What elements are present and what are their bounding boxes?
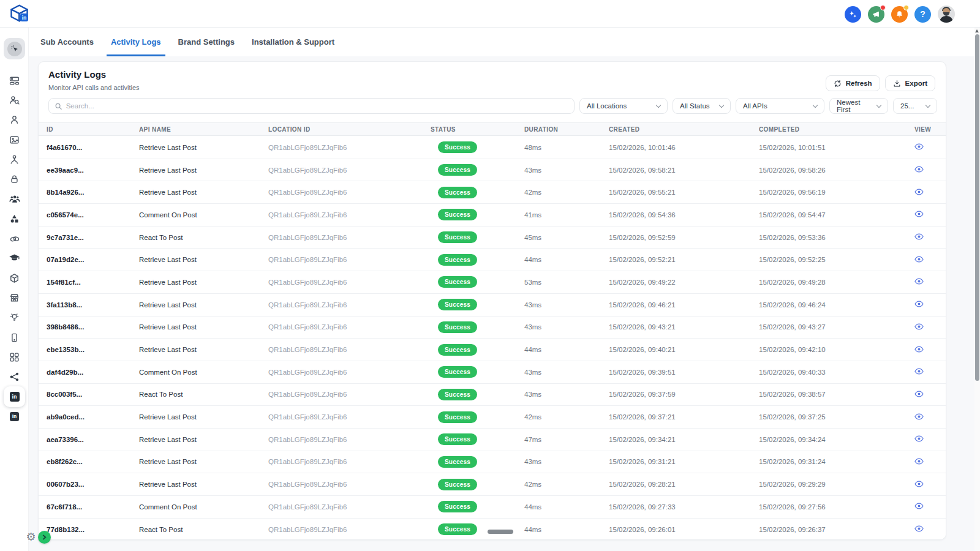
status-badge: Success [438, 209, 477, 220]
tab-installation-support[interactable]: Installation & Support [247, 28, 339, 56]
duration-value: 44ms [524, 526, 609, 533]
vertical-scrollbar[interactable] [974, 28, 980, 551]
sparkle-icon [848, 10, 858, 19]
chevron-down-icon [813, 102, 818, 107]
log-id: 00607b23... [47, 481, 139, 488]
api-name: Comment On Post [139, 369, 268, 376]
duration-value: 43ms [524, 369, 609, 376]
location-id: QR1abLGFjo89LZJqFib6 [268, 369, 431, 376]
refresh-button[interactable]: Refresh [826, 75, 880, 91]
api-name: React To Post [139, 526, 268, 533]
tab-activity-logs[interactable]: Activity Logs [107, 28, 165, 56]
search-input[interactable] [66, 102, 568, 110]
location-id: QR1abLGFjo89LZJqFib6 [268, 301, 431, 309]
user-avatar[interactable] [938, 6, 955, 23]
tab-sub-accounts[interactable]: Sub Accounts [36, 28, 98, 56]
sidebar-item-prospecting[interactable] [0, 90, 29, 110]
sidebar-item-assets[interactable] [0, 209, 29, 228]
view-eye-icon[interactable] [914, 524, 924, 533]
duration-value: 53ms [524, 279, 609, 286]
settings-gear-icon[interactable]: ⚙ [24, 530, 37, 543]
duration-value: 43ms [524, 458, 609, 465]
chevron-down-icon [719, 102, 724, 107]
view-eye-icon[interactable] [914, 209, 924, 219]
ai-sparkle-icon[interactable] [845, 6, 861, 23]
sidebar-item-products[interactable] [0, 268, 29, 288]
sidebar-item-academy[interactable] [0, 249, 29, 268]
api-name: Retrieve Last Post [139, 301, 268, 309]
duration-value: 42ms [524, 481, 609, 488]
sidebar-item-ideas[interactable] [0, 308, 29, 328]
api-name: Retrieve Last Post [139, 144, 268, 151]
column-header-view: VIEW [899, 126, 946, 133]
view-eye-icon[interactable] [914, 299, 924, 309]
left-sidebar: in in [0, 28, 29, 551]
view-eye-icon[interactable] [914, 232, 924, 241]
log-id: 67c6f718... [47, 503, 139, 511]
sidebar-item-mobile[interactable] [0, 328, 29, 347]
view-eye-icon[interactable] [914, 142, 924, 151]
help-button[interactable]: ? [914, 6, 931, 23]
notifications-button[interactable] [891, 6, 908, 23]
column-header-api-name: API NAME [139, 126, 268, 133]
view-eye-icon[interactable] [914, 479, 924, 489]
status-filter-dropdown[interactable]: All Status [673, 98, 731, 114]
sidebar-item-apps[interactable] [0, 347, 29, 367]
status-badge: Success [438, 164, 477, 176]
app-logo-icon[interactable]: in [8, 3, 31, 26]
view-eye-icon[interactable] [914, 165, 924, 174]
share-nodes-icon [9, 372, 20, 382]
completed-timestamp: 15/02/2026, 09:56:19 [759, 189, 899, 196]
completed-timestamp: 15/02/2026, 09:38:57 [759, 391, 899, 398]
sidebar-item-audience[interactable] [0, 189, 29, 209]
log-id: 3fa113b8... [47, 301, 139, 309]
view-eye-icon[interactable] [914, 501, 924, 511]
view-eye-icon[interactable] [914, 412, 924, 421]
view-eye-icon[interactable] [914, 434, 924, 443]
locations-filter-dropdown[interactable]: All Locations [579, 98, 668, 114]
sidebar-item-integrations[interactable] [0, 367, 29, 386]
status-badge: Success [438, 366, 477, 378]
sidebar-item-security[interactable] [0, 169, 29, 189]
page-size-dropdown[interactable]: 25... [893, 98, 937, 114]
view-eye-icon[interactable] [914, 457, 924, 466]
chevron-down-icon [656, 102, 661, 107]
sort-order-dropdown[interactable]: Newest First [829, 98, 888, 114]
api-name: Retrieve Last Post [139, 279, 268, 286]
status-badge: Success [438, 411, 477, 423]
export-button[interactable]: Export [885, 75, 935, 91]
apis-filter-dropdown[interactable]: All APIs [736, 98, 824, 114]
completed-timestamp: 15/02/2026, 09:34:24 [759, 436, 899, 443]
created-timestamp: 15/02/2026, 09:31:21 [609, 458, 759, 465]
view-eye-icon[interactable] [914, 389, 924, 399]
sidebar-item-distribution[interactable] [0, 149, 29, 169]
sidebar-item-linkedin[interactable]: in [0, 387, 29, 407]
table-row: aea73396... Retrieve Last Post QR1abLGFj… [39, 429, 946, 451]
view-eye-icon[interactable] [914, 345, 924, 354]
view-eye-icon[interactable] [914, 322, 924, 331]
content-area: Activity Logs Monitor API calls and acti… [29, 56, 974, 551]
scrollbar-up-arrow-icon[interactable] [975, 29, 979, 32]
table-row: 00607b23... Retrieve Last Post QR1abLGFj… [39, 473, 946, 496]
sidebar-item-dashboard[interactable] [0, 70, 29, 90]
view-eye-icon[interactable] [914, 255, 924, 264]
sidebar-item-marketplace[interactable] [0, 288, 29, 307]
sidebar-item-profile[interactable] [0, 110, 29, 130]
team-icon [9, 193, 20, 204]
sidebar-item-partners[interactable] [0, 228, 29, 248]
log-id: 9c7a731e... [47, 234, 139, 241]
vertical-scrollbar-thumb[interactable] [975, 34, 979, 381]
sidebar-expand-button[interactable] [38, 531, 51, 544]
horizontal-scrollbar-thumb[interactable] [488, 530, 513, 534]
view-eye-icon[interactable] [914, 367, 924, 376]
announcements-button[interactable] [868, 6, 884, 23]
notification-dot [903, 5, 909, 10]
log-id: ab9a0ced... [47, 413, 139, 421]
tab-brand-settings[interactable]: Brand Settings [174, 28, 239, 56]
sidebar-item-media[interactable] [0, 130, 29, 149]
sidebar-item-linkedin-2[interactable]: in [0, 407, 29, 426]
view-eye-icon[interactable] [914, 187, 924, 197]
sidebar-item-active[interactable] [4, 38, 25, 59]
api-name: Retrieve Last Post [139, 189, 268, 196]
view-eye-icon[interactable] [914, 277, 924, 286]
